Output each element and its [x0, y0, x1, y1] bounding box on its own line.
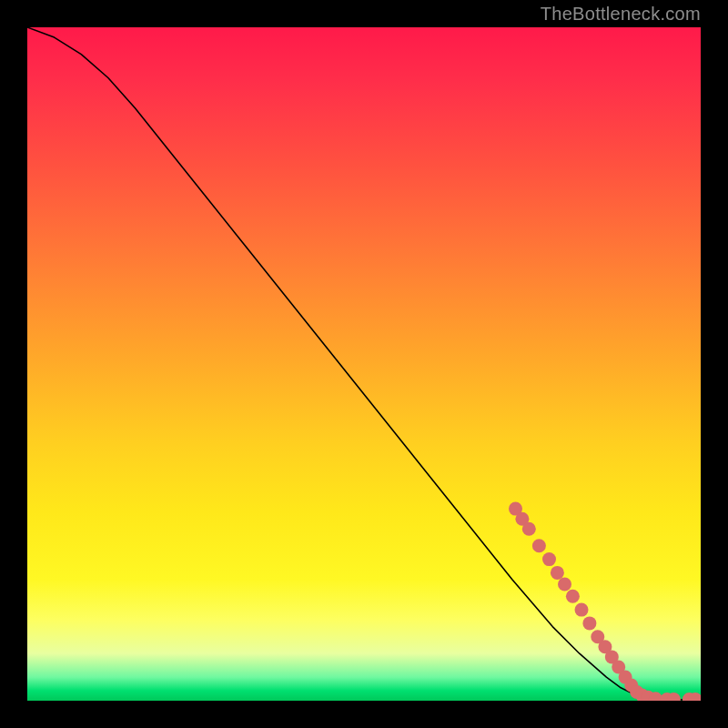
data-point [532, 539, 546, 552]
data-point [542, 552, 556, 566]
plot-area [27, 27, 701, 701]
plot-svg [27, 27, 701, 701]
watermark-text: TheBottleneck.com [541, 4, 701, 25]
data-points [509, 502, 701, 701]
data-point [575, 603, 589, 617]
data-point [566, 590, 580, 603]
data-point [522, 522, 536, 536]
data-point [551, 566, 564, 580]
data-point [558, 577, 571, 591]
data-curve [27, 27, 701, 700]
data-point [582, 616, 596, 630]
chart-container: TheBottleneck.com [0, 0, 728, 728]
